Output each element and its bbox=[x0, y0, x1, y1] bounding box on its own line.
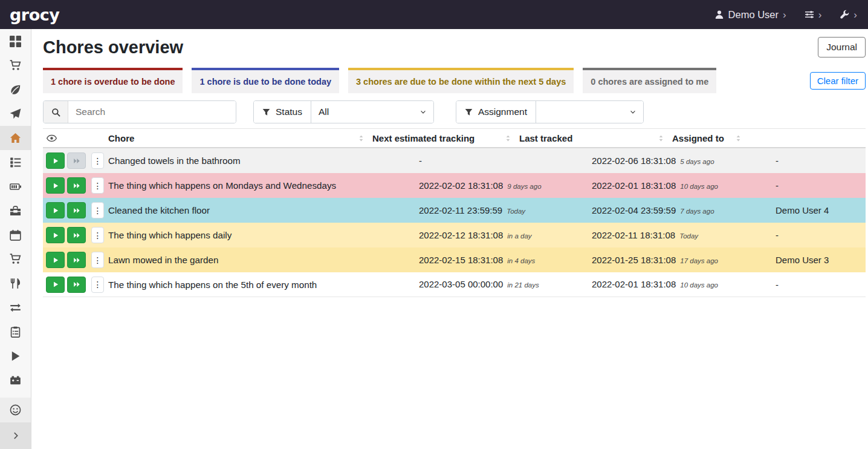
track-chore-button[interactable] bbox=[46, 252, 65, 268]
banner-due-today[interactable]: 1 chore is due to be done today bbox=[192, 68, 339, 93]
sidebar-item-shopping-list[interactable] bbox=[0, 53, 31, 77]
banner-overdue[interactable]: 1 chore is overdue to be done bbox=[43, 68, 183, 93]
skip-chore-button[interactable] bbox=[67, 227, 86, 243]
top-navbar: grocy Demo User › › › bbox=[0, 0, 868, 29]
skip-chore-button[interactable] bbox=[67, 152, 86, 169]
track-chore-button[interactable] bbox=[46, 177, 65, 194]
track-chore-button[interactable] bbox=[46, 227, 65, 243]
column-header-next-tracking[interactable]: Next estimated tracking bbox=[372, 133, 519, 143]
sidebar-item-meal-plan[interactable] bbox=[0, 102, 31, 126]
fast-forward-icon bbox=[73, 257, 80, 264]
sliders-icon bbox=[805, 10, 814, 19]
sidebar-item-batteries[interactable] bbox=[0, 174, 31, 198]
skip-chore-button[interactable] bbox=[67, 202, 86, 218]
sidebar-item-chores[interactable] bbox=[0, 126, 31, 150]
search-input[interactable] bbox=[68, 101, 236, 123]
assigned-to: Demo User 3 bbox=[776, 255, 866, 265]
assignment-filter-group: Assignment bbox=[456, 100, 644, 123]
fast-forward-icon bbox=[73, 157, 80, 165]
sidebar-item-equipment[interactable] bbox=[0, 198, 31, 223]
track-chore-button[interactable] bbox=[46, 277, 65, 293]
banner-assigned-to-me[interactable]: 0 chores are assigned to me bbox=[583, 68, 716, 93]
next-tracking-cell: 2022-03-05 00:00:00in 21 days bbox=[419, 279, 592, 290]
last-tracked-date: 2022-02-06 18:31:08 bbox=[592, 156, 676, 166]
row-menu-button[interactable]: ⋮ bbox=[91, 152, 104, 169]
next-tracking-cell: 2022-02-11 23:59:59Today bbox=[419, 205, 592, 216]
sidebar-item-battery-tracking[interactable] bbox=[0, 368, 31, 392]
row-menu-button[interactable]: ⋮ bbox=[91, 252, 104, 268]
chore-name: The thing which happens on the 5th of ev… bbox=[108, 280, 419, 290]
column-header-last-tracked[interactable]: Last tracked bbox=[519, 133, 672, 143]
wrench-icon bbox=[840, 10, 849, 19]
sort-icon bbox=[657, 134, 665, 142]
chore-name: Lawn mowed in the garden bbox=[108, 255, 419, 265]
ellipsis-icon: ⋮ bbox=[94, 231, 102, 240]
sidebar-item-transfer[interactable] bbox=[0, 295, 31, 320]
sidebar-item-calendar[interactable] bbox=[0, 223, 31, 247]
search-icon bbox=[51, 108, 60, 117]
row-menu-button[interactable]: ⋮ bbox=[91, 202, 104, 218]
next-tracking-cell: - bbox=[419, 156, 592, 166]
page-title: Chores overview bbox=[43, 36, 183, 58]
chore-name: The thing which happens on Mondays and W… bbox=[108, 180, 419, 191]
banner-due-soon[interactable]: 3 chores are due to be done within the n… bbox=[348, 68, 574, 93]
row-actions: ⋮ bbox=[43, 252, 108, 268]
row-actions: ⋮ bbox=[43, 227, 108, 243]
settings-menu[interactable]: › bbox=[805, 9, 822, 20]
last-tracked-cell: 2022-02-01 18:31:0810 days ago bbox=[592, 180, 776, 191]
last-tracked-relative: 10 days ago bbox=[680, 183, 718, 190]
ellipsis-icon: ⋮ bbox=[94, 206, 102, 215]
row-menu-button[interactable]: ⋮ bbox=[91, 227, 104, 243]
assigned-to: Demo User 4 bbox=[776, 205, 866, 215]
skip-chore-button[interactable] bbox=[67, 277, 86, 293]
chores-table: Chore Next estimated tracking Last track… bbox=[43, 128, 866, 297]
grid-icon bbox=[10, 36, 21, 47]
next-tracking-date: 2022-02-11 23:59:59 bbox=[419, 205, 502, 215]
column-header-chore[interactable]: Chore bbox=[108, 133, 372, 143]
chore-name: Cleaned the kitchen floor bbox=[108, 205, 419, 215]
chore-name: The thing which happens daily bbox=[108, 230, 419, 240]
sort-icon bbox=[357, 134, 365, 142]
banner-due-soon-text: 3 chores are due to be done within the n… bbox=[356, 77, 566, 87]
sidebar-item-stock[interactable] bbox=[0, 29, 31, 53]
status-select[interactable]: All bbox=[311, 101, 433, 123]
sidebar-item-purchase[interactable] bbox=[0, 247, 31, 271]
sidebar-item-chore-tracking[interactable] bbox=[0, 344, 31, 368]
last-tracked-relative: Today bbox=[679, 232, 698, 240]
banner-overdue-text: 1 chore is overdue to be done bbox=[51, 77, 175, 87]
ellipsis-icon: ⋮ bbox=[94, 182, 102, 190]
admin-menu[interactable]: › bbox=[840, 9, 857, 20]
table-row: ⋮ The thing which happens on the 5th of … bbox=[43, 272, 866, 297]
car-battery-icon bbox=[10, 375, 21, 386]
column-header-assigned-to[interactable]: Assigned to bbox=[672, 133, 750, 143]
track-chore-button[interactable] bbox=[46, 202, 65, 218]
table-row: ⋮ The thing which happens on Mondays and… bbox=[43, 173, 866, 198]
sidebar-item-recipes[interactable] bbox=[0, 77, 31, 102]
filter-bar: Status All Assignment bbox=[43, 100, 866, 123]
row-menu-button[interactable]: ⋮ bbox=[91, 177, 104, 194]
last-tracked-date: 2022-02-01 18:31:08 bbox=[592, 279, 676, 289]
row-actions: ⋮ bbox=[43, 202, 108, 218]
user-menu[interactable]: Demo User › bbox=[714, 9, 786, 21]
exchange-icon bbox=[10, 302, 21, 313]
navbar-menus: Demo User › › › bbox=[714, 9, 857, 21]
sidebar-item-feedback[interactable] bbox=[0, 398, 31, 422]
sidebar-item-inventory[interactable] bbox=[0, 320, 31, 344]
last-tracked-date: 2022-02-01 18:31:08 bbox=[592, 180, 676, 191]
skip-chore-button[interactable] bbox=[67, 252, 86, 268]
assignment-select[interactable] bbox=[536, 101, 643, 123]
chevron-right-icon: › bbox=[818, 9, 822, 20]
clear-filter-button[interactable]: Clear filter bbox=[810, 72, 866, 90]
next-tracking-relative: in a day bbox=[507, 232, 531, 240]
sidebar-expander[interactable] bbox=[0, 422, 31, 449]
next-tracking-date: 2022-03-05 00:00:00 bbox=[419, 279, 503, 289]
grocy-logo[interactable]: grocy bbox=[10, 5, 59, 24]
track-chore-button[interactable] bbox=[46, 152, 65, 169]
ellipsis-icon: ⋮ bbox=[94, 157, 102, 165]
skip-chore-button[interactable] bbox=[67, 177, 86, 194]
row-menu-button[interactable]: ⋮ bbox=[91, 277, 104, 293]
journal-button[interactable]: Journal bbox=[818, 37, 866, 57]
chores-table-body: ⋮ Changed towels in the bathroom - 2022-… bbox=[43, 148, 866, 297]
sidebar-item-tasks[interactable] bbox=[0, 150, 31, 174]
sidebar-item-consume[interactable] bbox=[0, 271, 31, 295]
